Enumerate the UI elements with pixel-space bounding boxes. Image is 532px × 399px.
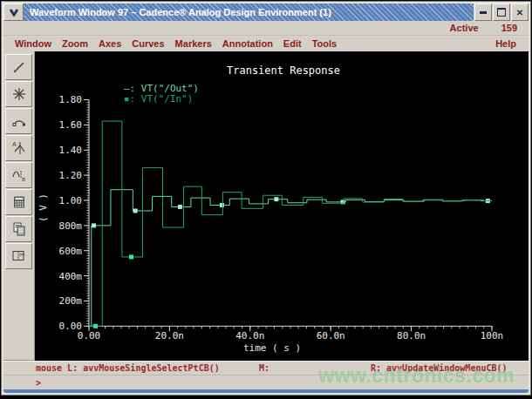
menu-help[interactable]: Help (495, 38, 529, 49)
subwindow-cut-tool-button[interactable]: ✂ (5, 243, 32, 269)
menu-axes[interactable]: Axes (99, 38, 121, 49)
y-tick-label: 1.00 (59, 195, 82, 206)
y-tick-label: 400m (59, 271, 83, 282)
x-axis-label: time ( s ) (243, 342, 301, 354)
horizontal-marker-b-tool-button[interactable]: B (5, 162, 32, 188)
svg-text:✂: ✂ (19, 251, 25, 259)
minimize-button[interactable] (474, 3, 492, 21)
x-tick-label: 0.00 (78, 330, 100, 342)
window-menu-button[interactable] (3, 3, 24, 21)
active-status-row: Active 159 (3, 21, 529, 36)
left-toolbar: A B (3, 51, 35, 361)
y-tick-label: 1.60 (59, 119, 82, 131)
transient-response-plot: Transient Response0.00200m400m600m800m1.… (35, 51, 529, 361)
y-tick-label: 1.80 (59, 95, 82, 106)
mouse-middle-binding: M: (259, 363, 371, 373)
series-marker-0[interactable] (133, 208, 138, 213)
series-trace-0[interactable] (89, 190, 492, 327)
marker-b-icon: B (11, 167, 27, 183)
window-frame-bottom (3, 389, 529, 393)
menu-markers[interactable]: Markers (175, 38, 212, 49)
y-tick-label: 600m (59, 246, 83, 257)
probe-sweep-tool-button[interactable] (5, 108, 32, 134)
starburst-icon (11, 86, 27, 102)
series-marker-0[interactable] (178, 205, 182, 209)
zoom-star-tool-button[interactable] (5, 81, 32, 107)
series-marker-0[interactable] (92, 223, 96, 227)
vertical-marker-a-tool-button[interactable]: A (5, 135, 32, 161)
series-marker-0[interactable] (220, 203, 224, 207)
marker-a-icon: A (11, 140, 27, 156)
series-marker-1[interactable] (129, 254, 133, 259)
waveform-window: Waveform Window 97 – Cadence® Analog Des… (2, 2, 530, 395)
y-tick-label: 200m (59, 295, 83, 307)
calculator-icon (11, 194, 27, 210)
pen-icon (11, 59, 27, 75)
x-tick-label: 80.0n (397, 330, 426, 342)
menu-curves[interactable]: Curves (132, 38, 164, 49)
svg-text:B: B (22, 177, 25, 182)
active-count: 159 (501, 23, 517, 33)
command-prompt-line[interactable]: > (3, 375, 529, 389)
y-axis-label: ( V ) (38, 193, 49, 222)
menu-edit[interactable]: Edit (283, 38, 302, 49)
y-tick-label: 1.40 (59, 145, 82, 156)
menu-zoom[interactable]: Zoom (62, 38, 88, 49)
waveform-plot-canvas[interactable]: Transient Response0.00200m400m600m800m1.… (35, 51, 529, 361)
y-tick-label: 800m (59, 220, 83, 232)
pen-tool-button[interactable] (5, 54, 32, 80)
x-tick-label: 100n (481, 330, 503, 342)
series-trace-1[interactable] (89, 121, 492, 326)
series-marker-1[interactable] (93, 324, 98, 328)
window-scissors-icon: ✂ (11, 248, 27, 264)
titlebar: Waveform Window 97 – Cadence® Analog Des… (3, 3, 529, 21)
screen: Waveform Window 97 – Cadence® Analog Des… (0, 0, 532, 399)
window-title: Waveform Window 97 – Cadence® Analog Des… (24, 3, 474, 21)
menu-tools[interactable]: Tools (312, 38, 338, 49)
active-label: Active (450, 23, 479, 33)
svg-text:A: A (12, 141, 17, 147)
y-tick-label: 1.20 (59, 170, 82, 181)
menu-window[interactable]: Window (15, 38, 51, 49)
arc-probe-icon (11, 113, 27, 129)
legend-entry-1[interactable]: ▪: VT("/In") (124, 93, 193, 105)
x-tick-label: 20.0n (155, 330, 184, 342)
x-tick-label: 40.0n (235, 330, 264, 342)
copy-plot-tool-button[interactable] (5, 216, 32, 242)
copy-pages-icon (11, 221, 27, 237)
main-area: A B (3, 51, 529, 361)
prompt-symbol: > (36, 378, 41, 388)
x-tick-label: 60.0n (317, 330, 345, 342)
maximize-button[interactable] (493, 3, 510, 21)
calculator-tool-button[interactable] (5, 189, 32, 215)
close-button[interactable]: ✕ (511, 3, 529, 21)
mouse-right-binding: R: avvUpdateWindowMenuCB() (371, 363, 508, 373)
minimize-icon (480, 11, 487, 14)
series-marker-0[interactable] (274, 197, 278, 201)
menu-annotation[interactable]: Annotation (222, 38, 273, 49)
close-icon: ✕ (516, 8, 523, 17)
mouse-bindings-bar: mouse L: avvMouseSingleSelectPtCB() M: R… (3, 361, 529, 375)
mouse-left-binding: mouse L: avvMouseSingleSelectPtCB() (36, 363, 259, 373)
plot-title: Transient Response (227, 64, 340, 77)
menubar: Window Zoom Axes Curves Markers Annotati… (3, 36, 529, 51)
chevron-down-icon (9, 8, 19, 17)
maximize-icon (497, 8, 506, 17)
